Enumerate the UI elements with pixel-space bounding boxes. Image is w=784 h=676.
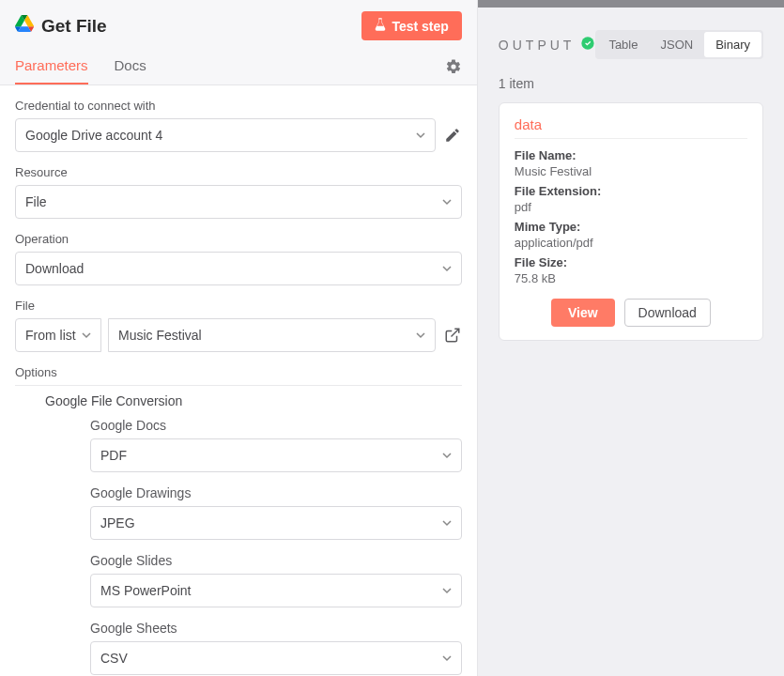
success-check-icon	[575, 36, 595, 54]
mime-value: application/pdf	[515, 236, 747, 250]
test-step-label: Test step	[392, 19, 448, 34]
flask-icon	[375, 18, 386, 34]
google-docs-value: PDF	[100, 448, 127, 463]
output-data-card: data File Name: Music Festival File Exte…	[499, 102, 763, 341]
mime-label: Mime Type:	[515, 220, 747, 234]
chevron-down-icon	[416, 328, 425, 343]
credential-label: Credential to connect with	[15, 99, 462, 113]
right-top-strip	[478, 0, 784, 8]
resource-label: Resource	[15, 165, 462, 179]
edit-credential-icon[interactable]	[443, 126, 462, 145]
file-value: Music Festival	[118, 328, 202, 343]
size-value: 75.8 kB	[515, 271, 747, 285]
google-slides-label: Google Slides	[90, 553, 462, 568]
google-docs-label: Google Docs	[90, 418, 462, 433]
output-tab-binary[interactable]: Binary	[704, 32, 761, 57]
google-drawings-label: Google Drawings	[90, 485, 462, 500]
tab-parameters[interactable]: Parameters	[15, 48, 88, 84]
output-view-tabs: Table JSON Binary	[595, 30, 763, 59]
chevron-down-icon	[442, 448, 452, 463]
google-sheets-value: CSV	[100, 651, 128, 666]
view-button[interactable]: View	[551, 299, 615, 327]
chevron-down-icon	[442, 194, 452, 209]
tab-docs[interactable]: Docs	[115, 48, 146, 84]
node-title-text: Get File	[41, 16, 107, 37]
options-label: Options	[15, 365, 462, 386]
operation-select[interactable]: Download	[15, 252, 462, 285]
output-tab-table[interactable]: Table	[597, 32, 649, 57]
google-docs-select[interactable]: PDF	[90, 438, 462, 472]
ext-value: pdf	[515, 200, 747, 214]
google-sheets-label: Google Sheets	[90, 621, 462, 636]
chevron-down-icon	[82, 328, 91, 343]
file-label: File	[15, 299, 462, 313]
google-drawings-select[interactable]: JPEG	[90, 506, 462, 540]
chevron-down-icon	[442, 651, 452, 666]
chevron-down-icon	[442, 515, 452, 530]
node-title: Get File	[15, 15, 107, 37]
file-mode-value: From list	[25, 328, 76, 343]
operation-value: Download	[25, 261, 84, 276]
credential-value: Google Drive account 4	[25, 128, 162, 143]
google-slides-value: MS PowerPoint	[100, 583, 191, 598]
file-mode-select[interactable]: From list	[15, 318, 101, 352]
gear-icon[interactable]	[445, 58, 462, 75]
node-header: Get File Test step	[0, 0, 477, 48]
external-link-icon[interactable]	[443, 326, 462, 345]
download-button[interactable]: Download	[624, 299, 711, 327]
parameters-body: Credential to connect with Google Drive …	[0, 85, 477, 676]
google-drawings-value: JPEG	[100, 515, 135, 530]
output-header: OUTPUT Table JSON Binary	[478, 8, 784, 69]
google-slides-select[interactable]: MS PowerPoint	[90, 574, 462, 607]
chevron-down-icon	[442, 583, 452, 598]
output-tab-json[interactable]: JSON	[649, 32, 704, 57]
google-sheets-select[interactable]: CSV	[90, 641, 462, 675]
config-tabs: Parameters Docs	[0, 48, 477, 85]
chevron-down-icon	[416, 128, 425, 143]
credential-select[interactable]: Google Drive account 4	[15, 118, 436, 152]
items-count: 1 item	[478, 69, 784, 102]
output-title: OUTPUT	[499, 38, 576, 53]
svg-point-0	[582, 37, 594, 49]
chevron-down-icon	[442, 261, 452, 276]
filename-value: Music Festival	[515, 164, 747, 178]
file-value-select[interactable]: Music Festival	[108, 318, 436, 352]
filename-label: File Name:	[515, 148, 747, 162]
ext-label: File Extension:	[515, 184, 747, 198]
size-label: File Size:	[515, 255, 747, 269]
conversion-label: Google File Conversion	[45, 393, 462, 408]
operation-label: Operation	[15, 232, 462, 246]
card-title: data	[515, 116, 747, 139]
resource-value: File	[25, 194, 47, 209]
google-drive-icon	[15, 15, 34, 37]
test-step-button[interactable]: Test step	[361, 11, 461, 40]
resource-select[interactable]: File	[15, 185, 462, 219]
